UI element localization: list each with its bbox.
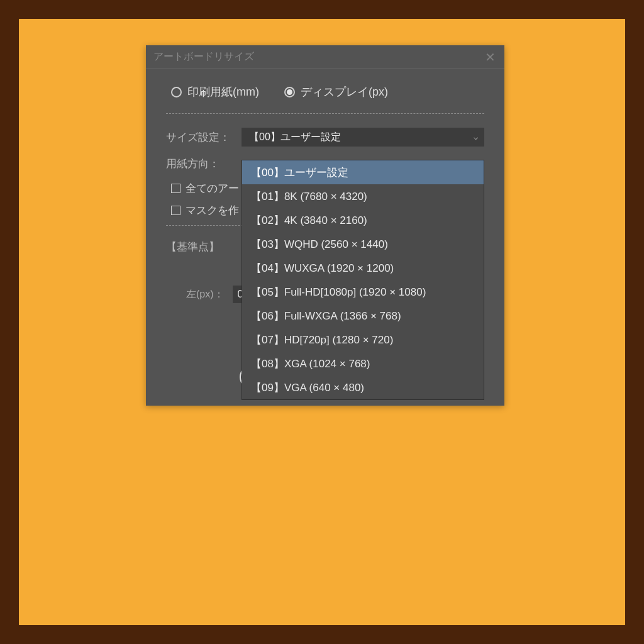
close-icon[interactable]: ✕ bbox=[485, 50, 496, 65]
resize-dialog: アートボードリサイズ ✕ 印刷用紙(mm) ディスプレイ(px) サイズ設定： … bbox=[146, 45, 504, 406]
size-dropdown-list[interactable]: 【00】ユーザー設定【01】8K (7680 × 4320)【02】4K (38… bbox=[242, 160, 484, 400]
radio-print-paper[interactable]: 印刷用紙(mm) bbox=[171, 84, 259, 99]
dropdown-item-7[interactable]: 【07】HD[720p] (1280 × 720) bbox=[242, 328, 484, 352]
checkbox-icon bbox=[171, 206, 180, 215]
radio-icon bbox=[284, 87, 295, 97]
dialog-body: 印刷用紙(mm) ディスプレイ(px) サイズ設定： 【00】ユーザー設定 ⌵ … bbox=[146, 69, 504, 406]
dropdown-item-3[interactable]: 【03】WQHD (2560 × 1440) bbox=[242, 232, 484, 256]
size-select[interactable]: 【00】ユーザー設定 ⌵ bbox=[242, 128, 484, 147]
radio-print-label: 印刷用紙(mm) bbox=[187, 84, 259, 99]
dialog-title: アートボードリサイズ bbox=[153, 50, 254, 64]
dropdown-item-8[interactable]: 【08】XGA (1024 × 768) bbox=[242, 352, 484, 375]
left-label: 左(px)： bbox=[186, 288, 224, 301]
dropdown-item-6[interactable]: 【06】Full-WXGA (1366 × 768) bbox=[242, 304, 484, 328]
dropdown-item-5[interactable]: 【05】Full-HD[1080p] (1920 × 1080) bbox=[242, 280, 484, 304]
dropdown-item-0[interactable]: 【00】ユーザー設定 bbox=[242, 160, 484, 184]
dropdown-item-9[interactable]: 【09】VGA (640 × 480) bbox=[242, 375, 484, 399]
size-setting-row: サイズ設定： 【00】ユーザー設定 ⌵ bbox=[166, 128, 484, 147]
radio-display-label: ディスプレイ(px) bbox=[301, 84, 388, 99]
orientation-label: 用紙方向： bbox=[166, 157, 242, 171]
size-select-value: 【00】ユーザー設定 bbox=[249, 131, 341, 144]
checkbox-all-label: 全てのアー bbox=[186, 181, 239, 196]
dropdown-item-1[interactable]: 【01】8K (7680 × 4320) bbox=[242, 184, 484, 208]
radio-display-px[interactable]: ディスプレイ(px) bbox=[284, 84, 388, 99]
checkbox-icon bbox=[171, 184, 180, 193]
unit-radio-group: 印刷用紙(mm) ディスプレイ(px) bbox=[166, 84, 484, 99]
radio-icon bbox=[171, 87, 182, 97]
divider bbox=[166, 113, 484, 114]
chevron-down-icon: ⌵ bbox=[474, 133, 478, 142]
stage: アートボードリサイズ ✕ 印刷用紙(mm) ディスプレイ(px) サイズ設定： … bbox=[19, 19, 625, 625]
titlebar: アートボードリサイズ ✕ bbox=[146, 45, 504, 69]
checkbox-mask-label: マスクを作 bbox=[186, 203, 239, 218]
size-label: サイズ設定： bbox=[166, 130, 242, 145]
dropdown-item-2[interactable]: 【02】4K (3840 × 2160) bbox=[242, 208, 484, 232]
dropdown-item-4[interactable]: 【04】WUXGA (1920 × 1200) bbox=[242, 256, 484, 280]
